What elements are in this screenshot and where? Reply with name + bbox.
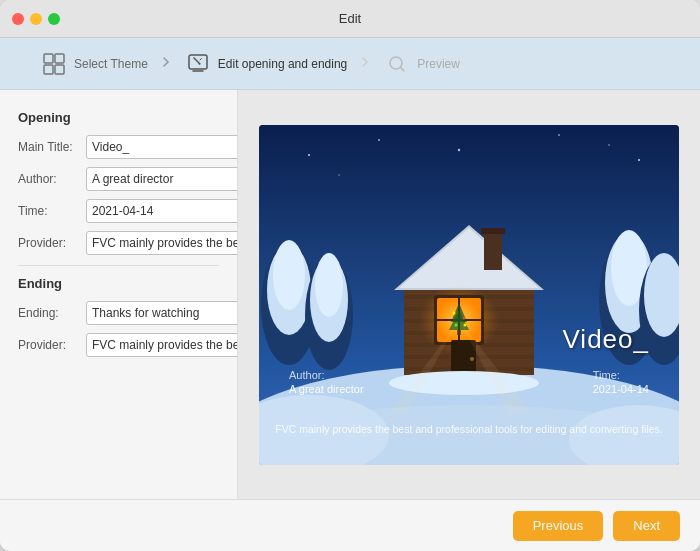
ending-provider-input[interactable] — [86, 333, 238, 357]
preview-author-value: A great director — [289, 383, 364, 395]
ending-provider-row: Provider: — [18, 333, 219, 357]
svg-rect-0 — [44, 54, 53, 63]
preview-provider-text: FVC mainly provides the best and profess… — [259, 423, 679, 435]
preview-meta: Author: A great director Time: 2021-04-1… — [289, 369, 649, 395]
time-row: Time: — [18, 199, 219, 223]
author-row: Author: — [18, 167, 219, 191]
opening-section-title: Opening — [18, 110, 219, 125]
svg-point-8 — [378, 139, 380, 141]
main-window: Edit Select Theme — [0, 0, 700, 551]
toolbar: Select Theme Edit opening and ending — [0, 38, 700, 90]
main-title-label: Main Title: — [18, 140, 86, 154]
main-title-row: Main Title: — [18, 135, 219, 159]
step-arrow-1 — [158, 54, 174, 73]
ending-provider-label: Provider: — [18, 338, 86, 352]
svg-rect-1 — [55, 54, 64, 63]
svg-point-12 — [608, 144, 610, 146]
time-label: Time: — [18, 204, 86, 218]
author-label: Author: — [18, 172, 86, 186]
svg-rect-46 — [457, 330, 461, 335]
minimize-button[interactable] — [30, 13, 42, 25]
preview-image: Video_ Author: A great director Time: 20… — [259, 125, 679, 465]
svg-rect-38 — [481, 228, 505, 234]
preview-author-label: Author: — [289, 369, 364, 381]
edit-icon — [184, 50, 212, 78]
svg-rect-37 — [484, 230, 502, 270]
step-1-select-theme[interactable]: Select Theme — [40, 50, 148, 78]
preview-icon — [383, 50, 411, 78]
step-3-preview[interactable]: Preview — [383, 50, 460, 78]
preview-time-value: 2021-04-14 — [593, 383, 649, 395]
next-button[interactable]: Next — [613, 511, 680, 541]
select-theme-icon — [40, 50, 68, 78]
svg-point-47 — [453, 311, 456, 314]
author-input[interactable] — [86, 167, 238, 191]
preview-time-col: Time: 2021-04-14 — [593, 369, 649, 395]
svg-point-48 — [463, 316, 466, 319]
opening-provider-row: Provider: — [18, 231, 219, 255]
snow-scene-svg — [259, 125, 679, 465]
window-title: Edit — [339, 11, 361, 26]
section-divider — [18, 265, 219, 266]
svg-point-50 — [464, 323, 467, 326]
svg-point-16 — [273, 240, 305, 310]
traffic-lights — [12, 13, 60, 25]
ending-row: Ending: — [18, 301, 219, 325]
step-1-label: Select Theme — [74, 57, 148, 71]
svg-point-10 — [558, 134, 560, 136]
step-arrow-2 — [357, 54, 373, 73]
left-panel: Opening Main Title: Author: Time: Provid… — [0, 90, 238, 499]
svg-point-19 — [315, 253, 343, 317]
svg-point-7 — [308, 154, 310, 156]
svg-rect-3 — [55, 65, 64, 74]
step-2-edit[interactable]: Edit opening and ending — [184, 50, 347, 78]
ending-label: Ending: — [18, 306, 86, 320]
ending-section-title: Ending — [18, 276, 219, 291]
main-title-input[interactable] — [86, 135, 238, 159]
previous-button[interactable]: Previous — [513, 511, 604, 541]
main-content: Opening Main Title: Author: Time: Provid… — [0, 90, 700, 499]
preview-author-col: Author: A great director — [289, 369, 364, 395]
step-3-label: Preview — [417, 57, 460, 71]
preview-time-label: Time: — [593, 369, 649, 381]
opening-provider-input[interactable] — [86, 231, 238, 255]
ending-input[interactable] — [86, 301, 238, 325]
svg-rect-2 — [44, 65, 53, 74]
title-bar: Edit — [0, 0, 700, 38]
preview-title: Video_ — [563, 324, 650, 355]
step-2-label: Edit opening and ending — [218, 57, 347, 71]
close-button[interactable] — [12, 13, 24, 25]
svg-point-13 — [338, 174, 340, 176]
svg-point-9 — [458, 148, 460, 150]
svg-point-52 — [470, 357, 474, 361]
svg-point-11 — [638, 159, 640, 161]
time-input[interactable] — [86, 199, 238, 223]
maximize-button[interactable] — [48, 13, 60, 25]
opening-provider-label: Provider: — [18, 236, 86, 250]
footer: Previous Next — [0, 499, 700, 551]
right-panel: Video_ Author: A great director Time: 20… — [238, 90, 700, 499]
